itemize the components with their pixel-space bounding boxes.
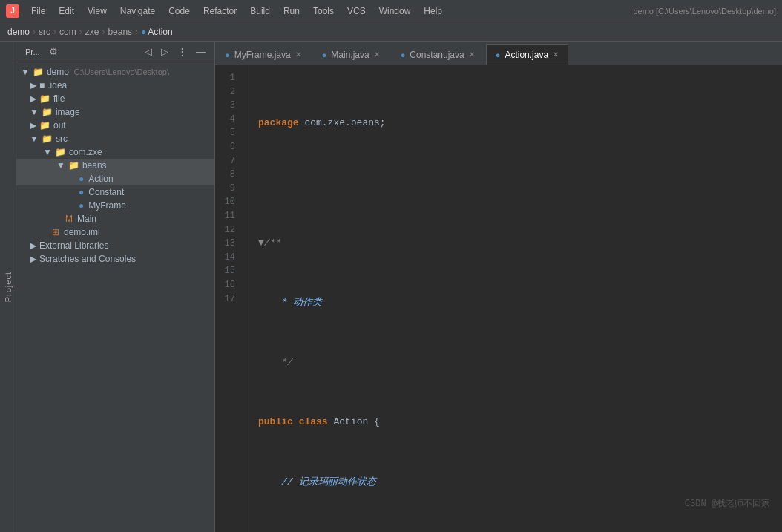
tab-close-constant[interactable]: ✕ — [469, 50, 475, 59]
settings-icon[interactable]: ⚙ — [46, 45, 61, 59]
editor-area: ● MyFrame.java ✕ ● Main.java ✕ ● Constan… — [215, 42, 782, 532]
tree-item-myframe[interactable]: ● MyFrame — [16, 199, 214, 212]
tree-item-src[interactable]: ▼ 📁 src — [16, 132, 214, 145]
line-num-10: 10 — [215, 195, 240, 209]
tree-item-image[interactable]: ▼ 📁 image — [16, 105, 214, 119]
tab-action[interactable]: ● Action.java ✕ — [486, 44, 568, 65]
menu-view[interactable]: View — [82, 4, 113, 18]
tree-item-demoliml[interactable]: ⊞ demo.iml — [16, 226, 214, 239]
line-num-17: 17 — [215, 292, 240, 306]
tree-item-scratches[interactable]: ▶ Scratches and Consoles — [16, 252, 214, 266]
line-num-7: 7 — [215, 154, 240, 168]
folder-icon-file: 📁 — [39, 93, 50, 104]
tab-close-main[interactable]: ✕ — [374, 50, 380, 59]
tab-label-constant: Constant.java — [410, 50, 464, 60]
line-num-5: 5 — [215, 126, 240, 140]
tree-label-main: Main — [77, 214, 96, 224]
line-num-6: 6 — [215, 140, 240, 154]
line-num-3: 3 — [215, 99, 240, 113]
tree-item-action[interactable]: ● Action — [16, 172, 214, 185]
breadcrumb-beans[interactable]: beans — [108, 27, 132, 37]
tree-label-demo: demo C:\Users\Lenovo\Desktop\ — [47, 67, 169, 77]
code-line-4: * 动作类 — [258, 295, 770, 310]
menu-run[interactable]: Run — [277, 4, 306, 18]
iml-icon: ⊞ — [52, 227, 59, 237]
menu-bar: File Edit View Navigate Code Refactor Bu… — [25, 4, 633, 18]
breadcrumb-demo[interactable]: demo — [7, 27, 30, 37]
class-icon-main: M — [65, 214, 73, 224]
tree-item-external-libs[interactable]: ▶ External Libraries — [16, 239, 214, 252]
line-num-4: 4 — [215, 113, 240, 127]
expand-icon: ▶ — [30, 254, 36, 264]
tree-item-comzxe[interactable]: ▼ 📁 com.zxe — [16, 145, 214, 159]
tree-item-demo[interactable]: ▼ 📁 demo C:\Users\Lenovo\Desktop\ — [16, 65, 214, 79]
scroll-left-btn[interactable]: ◁ — [142, 45, 155, 59]
line-num-15: 15 — [215, 264, 240, 278]
fold-icon-3[interactable]: ▼ — [258, 237, 264, 249]
line-num-13: 13 — [215, 237, 240, 251]
more-actions-btn[interactable]: ⋮ — [174, 45, 190, 59]
tree-item-main[interactable]: M Main — [16, 212, 214, 226]
menu-navigate[interactable]: Navigate — [114, 4, 161, 18]
tab-label-myframe: MyFrame.java — [234, 50, 291, 60]
menu-build[interactable]: Build — [244, 4, 276, 18]
breadcrumb-zxe[interactable]: zxe — [85, 27, 99, 37]
breadcrumb: demo › src › com › zxe › beans › ●Action — [0, 22, 782, 42]
line-numbers: 1 2 3 4 5 6 7 8 9 10 11 12 13 14 15 16 1… — [215, 65, 246, 532]
minimize-btn[interactable]: — — [193, 45, 208, 59]
code-line-2 — [258, 176, 770, 191]
tree-item-constant[interactable]: ● Constant — [16, 185, 214, 199]
code-line-1: package com.zxe.beans; — [258, 116, 770, 131]
tab-constant[interactable]: ● Constant.java ✕ — [391, 44, 484, 65]
tree-label-beans: beans — [82, 160, 107, 171]
code-content[interactable]: package com.zxe.beans; ▼/** * 动作类 */ pub… — [246, 65, 782, 532]
tree-label-out: out — [53, 120, 66, 131]
tree-item-out[interactable]: ▶ 📁 out — [16, 119, 214, 132]
code-line-6: public class Action { — [258, 415, 770, 430]
folder-icon-src: 📁 — [42, 134, 53, 144]
expand-icon: ▶ — [30, 120, 36, 131]
idea-icon: ■ — [39, 80, 45, 91]
breadcrumb-com[interactable]: com — [59, 27, 76, 37]
tab-myframe[interactable]: ● MyFrame.java ✕ — [215, 44, 311, 65]
menu-vcs[interactable]: VCS — [341, 4, 372, 18]
tab-close-action[interactable]: ✕ — [553, 50, 559, 59]
tab-main[interactable]: ● Main.java ✕ — [312, 44, 390, 65]
expand-icon: ▼ — [30, 107, 39, 117]
expand-icon: ▼ — [30, 134, 39, 144]
tab-close-myframe[interactable]: ✕ — [295, 50, 301, 59]
expand-icon: ▶ — [30, 80, 36, 91]
breadcrumb-src[interactable]: src — [39, 27, 50, 37]
title-bar: J File Edit View Navigate Code Refactor … — [0, 0, 782, 22]
tab-icon-action: ● — [496, 50, 501, 59]
menu-window[interactable]: Window — [373, 4, 417, 18]
code-editor[interactable]: 1 2 3 4 5 6 7 8 9 10 11 12 13 14 15 16 1… — [215, 65, 782, 532]
menu-file[interactable]: File — [25, 4, 51, 18]
breadcrumb-action[interactable]: ●Action — [141, 27, 173, 37]
tab-icon-constant: ● — [401, 50, 406, 59]
line-num-1: 1 — [215, 71, 240, 85]
project-toolbar: Pr... ⚙ ◁ ▷ ⋮ — — [16, 42, 214, 62]
tree-label-external-libs: External Libraries — [39, 240, 108, 251]
tree-label-action: Action — [88, 174, 113, 184]
menu-code[interactable]: Code — [162, 4, 196, 18]
tree-label-src: src — [56, 134, 68, 144]
scroll-right-btn[interactable]: ▷ — [158, 45, 171, 59]
tree-item-idea[interactable]: ▶ ■ .idea — [16, 79, 214, 92]
app-logo: J — [6, 4, 19, 18]
menu-refactor[interactable]: Refactor — [197, 4, 243, 18]
expand-icon: ▶ — [30, 93, 36, 104]
project-sidebar: Project Pr... ⚙ ◁ ▷ ⋮ — ▼ 📁 demo C:\User… — [0, 42, 215, 532]
menu-tools[interactable]: Tools — [307, 4, 340, 18]
project-panel-label: Project — [4, 272, 13, 302]
code-line-5: */ — [258, 355, 770, 370]
tree-item-beans[interactable]: ▼ 📁 beans — [16, 159, 214, 172]
tree-item-file[interactable]: ▶ 📁 file — [16, 92, 214, 105]
menu-edit[interactable]: Edit — [53, 4, 80, 18]
folder-icon-demo: 📁 — [33, 67, 44, 77]
code-line-3: ▼/** — [258, 236, 770, 251]
class-icon-action: ● — [79, 174, 84, 184]
tree-label-myframe: MyFrame — [88, 200, 126, 211]
menu-help[interactable]: Help — [418, 4, 448, 18]
line-num-8: 8 — [215, 168, 240, 182]
